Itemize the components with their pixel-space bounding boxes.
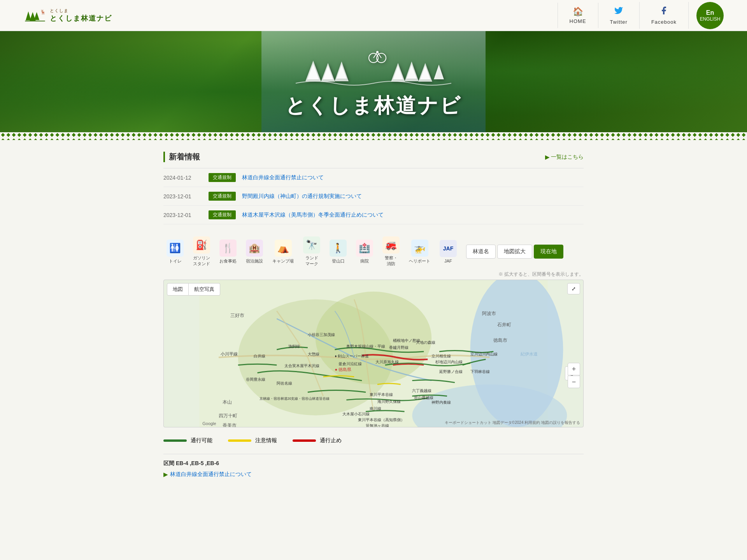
svg-text:大地の森線: 大地の森線 <box>416 340 435 345</box>
legend-passable-label: 通行可能 <box>191 437 212 444</box>
eb-link[interactable]: ▶ 林道白井線全面通行禁止について <box>163 471 584 478</box>
main-nav: 🏠 HOME Twitter Facebook En ENGLISH <box>558 2 724 29</box>
toilet-icon: 🚻 <box>167 240 184 257</box>
filter-hospital[interactable]: 🏥 病院 <box>353 237 376 266</box>
jaf-icon: JAF <box>440 240 457 257</box>
english-abbr: En <box>706 9 714 16</box>
svg-text:南川線: 南川線 <box>370 406 381 411</box>
svg-text:白井線: 白井線 <box>254 354 265 358</box>
header: 🦌 とくしま とくしま林道ナビ 🏠 HOME Twitter Facebook <box>0 0 747 31</box>
svg-text:紀伊水道: 紀伊水道 <box>521 352 538 356</box>
news-link[interactable]: 野間殿川内線（神山町）の通行規制実施について <box>242 193 362 200</box>
news-section: 新着情報 ▶ 一覧はこちら 2024-01-12 交通規制 林道白井線全面通行禁… <box>163 152 584 224</box>
logo-icon: 🦌 <box>23 5 47 26</box>
legend-green-line <box>163 439 187 442</box>
svg-text:京林線・宿谷林道20支線・宿谷山林道笹谷線: 京林線・宿谷林道20支線・宿谷山林道笹谷線 <box>260 397 330 401</box>
svg-text:香美市: 香美市 <box>223 423 237 427</box>
map-zoom-out-btn[interactable]: − <box>568 376 580 388</box>
svg-text:神野内奏線: 神野内奏線 <box>431 400 451 404</box>
svg-text:阿波市: 阿波市 <box>482 311 496 316</box>
nav-home[interactable]: 🏠 HOME <box>558 3 598 28</box>
filter-lodge[interactable]: 🏨 宿泊施設 <box>243 237 266 266</box>
camp-icon: ⛺ <box>275 240 292 257</box>
svg-marker-9 <box>305 61 321 81</box>
filter-note: ※ 拡大すると、区間番号を表示します。 <box>163 271 584 278</box>
svg-text:小川平線: 小川平線 <box>221 352 238 356</box>
filter-heliport[interactable]: 🚁 ヘリポート <box>406 237 433 266</box>
svg-text:大惣線: 大惣線 <box>308 352 319 356</box>
svg-marker-18 <box>391 63 405 82</box>
svg-text:阿佐名線: 阿佐名線 <box>277 381 292 385</box>
svg-text:東川平本谷線（高知県側）: 東川平本谷線（高知県側） <box>358 418 405 422</box>
map-zoom-in-btn[interactable]: + <box>568 363 580 375</box>
legend-red-line <box>293 439 316 442</box>
news-item: 2023-12-01 交通規制 林道木屋平木沢線（美馬市側）冬季全面通行止めにつ… <box>163 206 584 224</box>
nav-twitter[interactable]: Twitter <box>598 2 640 29</box>
filter-trailhead[interactable]: 🚶 登山口 <box>326 237 350 266</box>
svg-point-16 <box>376 51 379 53</box>
filter-gas[interactable]: ⛽ ガソリン スタンド <box>190 234 213 269</box>
legend-closed-label: 通行止め <box>320 437 342 444</box>
svg-text:香鑪月野線: 香鑪月野線 <box>389 345 409 350</box>
eb-section: 区間 EB-4 ,EB-5 ,EB-6 ▶ 林道白井線全面通行禁止について <box>163 454 584 478</box>
svg-text:小祖谷三加茂線: 小祖谷三加茂線 <box>308 332 335 337</box>
svg-text:立川相生線: 立川相生線 <box>431 354 451 358</box>
filter-bar: 🚻 トイレ ⛽ ガソリン スタンド 🍴 お食事処 🏨 宿泊施設 ⛺ キャンプ場 … <box>163 234 584 269</box>
filter-current-location-btn[interactable]: 現在地 <box>534 245 563 259</box>
svg-text:本山: 本山 <box>223 399 232 405</box>
news-section-title: 新着情報 <box>163 152 200 162</box>
svg-text:立川辺川内山線: 立川辺川内山線 <box>470 352 498 356</box>
map-zoom-controls: + − <box>568 363 580 388</box>
map-expand-btn[interactable]: ⤢ <box>567 283 580 294</box>
map-tabs: 地図 航空写真 <box>167 283 220 296</box>
nav-facebook[interactable]: Facebook <box>640 2 689 29</box>
legend-closed: 通行止め <box>293 437 342 444</box>
news-badge: 交通規制 <box>209 192 236 201</box>
svg-text:太合実木屋平木沢線: 太合実木屋平木沢線 <box>284 364 319 368</box>
map-attribution: キーボードショートカット 地図データ©2024 利用規約 地図の誤りを報告する <box>445 420 580 425</box>
filter-landmark[interactable]: 🔭 ランド マーク <box>300 234 323 269</box>
svg-marker-13 <box>335 61 349 81</box>
svg-text:大木屋小石川線: 大木屋小石川線 <box>342 412 370 416</box>
map-container[interactable]: 地図 航空写真 ⤢ <box>163 280 584 427</box>
hospital-icon: 🏥 <box>356 240 373 257</box>
map-tab-map[interactable]: 地図 <box>167 283 189 296</box>
news-link[interactable]: 林道木屋平木沢線（美馬市側）冬季全面通行止めについて <box>242 212 384 219</box>
svg-marker-11 <box>321 63 335 82</box>
twitter-icon <box>614 6 623 18</box>
facebook-icon <box>659 6 668 18</box>
svg-text:杉地辺川内山線: 杉地辺川内山線 <box>435 360 463 364</box>
logo[interactable]: 🦌 とくしま とくしま林道ナビ <box>23 5 112 26</box>
svg-text:三好市: 三好市 <box>230 313 244 318</box>
svg-text:海川野久保線: 海川野久保線 <box>377 399 401 404</box>
filter-camp[interactable]: ⛺ キャンプ場 <box>269 237 297 266</box>
svg-text:大川原旭丸線: 大川原旭丸線 <box>375 360 399 364</box>
filter-jaf[interactable]: JAF JAF <box>437 238 460 266</box>
filter-toilet[interactable]: 🚻 トイレ <box>163 237 187 266</box>
svg-text:笹無池ヶ谷線: 笹無池ヶ谷線 <box>366 424 389 427</box>
svg-text:谷岡豊永線: 谷岡豊永線 <box>246 377 265 382</box>
map-legend: 通行可能 注意情報 通行止め <box>163 433 584 448</box>
filter-food[interactable]: 🍴 お食事処 <box>216 237 240 266</box>
facebook-label: Facebook <box>651 19 677 25</box>
expand-icon: ⤢ <box>572 286 576 292</box>
svg-text:谷山霧越線: 谷山霧越線 <box>414 396 433 400</box>
english-label: ENGLISH <box>700 16 721 22</box>
see-all-link[interactable]: ▶ 一覧はこちら <box>545 154 584 161</box>
svg-text:漁飼線: 漁飼線 <box>288 344 300 348</box>
see-all-arrow: ▶ <box>545 154 549 160</box>
map-svg: 小川平線 谷岡豊永線 京林線・宿谷林道20支線・宿谷山林道笹谷線 白井線 太合実… <box>164 280 583 427</box>
eb-arrow: ▶ <box>163 471 168 478</box>
legend-yellow-line <box>228 439 251 442</box>
map-tab-aerial[interactable]: 航空写真 <box>189 283 220 296</box>
news-link[interactable]: 林道白井線全面通行禁止について <box>242 174 324 181</box>
filter-fire[interactable]: 🚒 警察・ 消防 <box>379 234 403 269</box>
filter-forest-road-btn[interactable]: 林道名 <box>466 245 496 259</box>
nav-english[interactable]: En ENGLISH <box>696 2 724 29</box>
lodge-icon: 🏨 <box>246 240 263 257</box>
svg-text:延野勝ノ合線: 延野勝ノ合線 <box>439 369 463 374</box>
filter-map-expand-btn[interactable]: 地図拡大 <box>497 245 532 259</box>
svg-text:♦ 剣山スーパー林道: ♦ 剣山スーパー林道 <box>335 354 369 358</box>
svg-text:奥野木坂端山線・平線: 奥野木坂端山線・平線 <box>346 344 385 348</box>
news-date: 2024-01-12 <box>163 175 202 181</box>
